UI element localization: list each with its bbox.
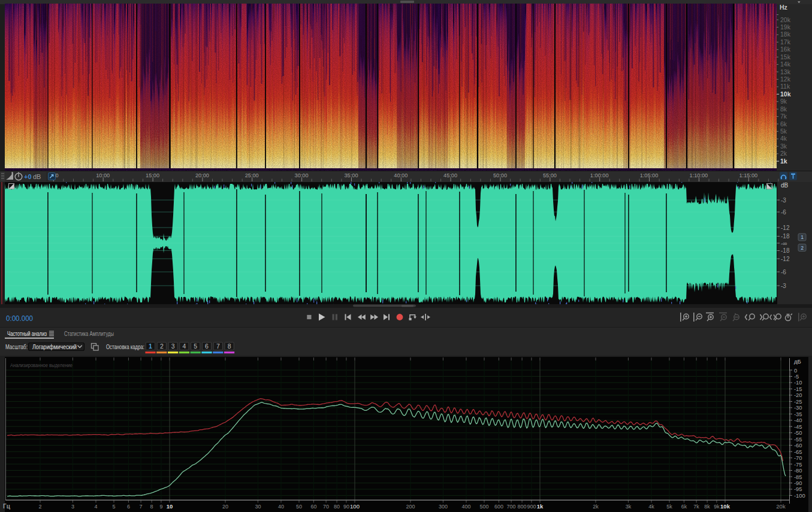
svg-text:4: 4 bbox=[94, 504, 97, 510]
svg-text:-18: -18 bbox=[781, 233, 790, 240]
svg-text:6: 6 bbox=[205, 343, 209, 350]
svg-text:-6: -6 bbox=[781, 209, 786, 216]
svg-text:10:00: 10:00 bbox=[96, 172, 110, 178]
svg-text:1k: 1k bbox=[537, 503, 544, 510]
svg-text:2: 2 bbox=[801, 245, 804, 251]
svg-text:1:15:00: 1:15:00 bbox=[739, 172, 757, 178]
svg-text:6k: 6k bbox=[780, 120, 787, 128]
svg-text:-5: -5 bbox=[794, 374, 799, 380]
svg-text:-10: -10 bbox=[794, 380, 802, 386]
svg-text:40:00: 40:00 bbox=[394, 172, 407, 178]
svg-text:10k: 10k bbox=[780, 90, 791, 98]
svg-text:2: 2 bbox=[38, 504, 41, 510]
svg-text:-75: -75 bbox=[794, 462, 802, 468]
svg-text:8: 8 bbox=[228, 343, 231, 350]
svg-text:900: 900 bbox=[527, 504, 536, 510]
svg-text:-∞: -∞ bbox=[781, 240, 787, 247]
svg-text:10k: 10k bbox=[720, 503, 731, 510]
svg-text:17k: 17k bbox=[780, 38, 791, 46]
svg-text:18k: 18k bbox=[780, 31, 791, 38]
svg-text:-100: -100 bbox=[794, 493, 805, 499]
svg-text:-15: -15 bbox=[794, 386, 802, 392]
svg-text:300: 300 bbox=[439, 504, 448, 510]
svg-text:9k: 9k bbox=[780, 98, 787, 105]
svg-text:600: 600 bbox=[494, 504, 503, 510]
svg-text:-3: -3 bbox=[781, 197, 786, 204]
svg-text:-30: -30 bbox=[794, 405, 802, 411]
svg-text:10: 10 bbox=[167, 503, 173, 510]
svg-text:4k: 4k bbox=[648, 504, 654, 510]
svg-text:дБ: дБ bbox=[794, 358, 801, 365]
svg-text:30: 30 bbox=[255, 504, 261, 510]
svg-text:1:00:00: 1:00:00 bbox=[590, 172, 609, 178]
svg-text:100: 100 bbox=[350, 503, 360, 510]
svg-text:14k: 14k bbox=[780, 60, 791, 68]
svg-text:-50: -50 bbox=[794, 430, 802, 436]
svg-text:50: 50 bbox=[296, 504, 302, 510]
svg-text:8: 8 bbox=[150, 504, 153, 510]
svg-text:-6: -6 bbox=[781, 269, 786, 275]
svg-text:35:00: 35:00 bbox=[345, 172, 358, 178]
svg-text:20: 20 bbox=[222, 504, 228, 510]
svg-text:8k: 8k bbox=[704, 504, 710, 510]
svg-text:-18: -18 bbox=[781, 247, 790, 254]
svg-text:Анализированное выделение: Анализированное выделение bbox=[10, 362, 73, 368]
svg-text:1:10:00: 1:10:00 bbox=[690, 172, 708, 178]
svg-text:Логарифмический: Логарифмический bbox=[32, 343, 77, 350]
svg-text:-80: -80 bbox=[794, 468, 802, 474]
svg-text:4k: 4k bbox=[780, 135, 787, 142]
svg-text:3k: 3k bbox=[780, 143, 787, 150]
svg-text:3k: 3k bbox=[626, 504, 632, 510]
svg-text:50:00: 50:00 bbox=[493, 172, 507, 178]
svg-text:7k: 7k bbox=[780, 113, 787, 120]
svg-text:2k: 2k bbox=[593, 504, 599, 510]
svg-text:5: 5 bbox=[194, 343, 197, 350]
svg-text:15k: 15k bbox=[780, 53, 791, 60]
svg-text:1:05:00: 1:05:00 bbox=[640, 172, 659, 178]
svg-text:40: 40 bbox=[278, 504, 284, 510]
svg-text:55:00: 55:00 bbox=[543, 172, 557, 178]
svg-text:dB: dB bbox=[781, 182, 789, 189]
svg-text:4: 4 bbox=[182, 343, 186, 350]
svg-text:Гц: Гц bbox=[3, 503, 11, 510]
svg-text:-12: -12 bbox=[781, 256, 790, 262]
svg-text:1: 1 bbox=[801, 234, 804, 240]
svg-text:6k: 6k bbox=[681, 504, 687, 510]
svg-text:11k: 11k bbox=[780, 83, 790, 90]
svg-text:20k: 20k bbox=[780, 16, 791, 23]
svg-text:2k: 2k bbox=[780, 150, 787, 157]
svg-text:-40: -40 bbox=[794, 417, 802, 423]
svg-text:5k: 5k bbox=[780, 128, 787, 135]
svg-text:9k: 9k bbox=[714, 504, 720, 510]
svg-text:30:00: 30:00 bbox=[295, 172, 309, 178]
svg-text:+0: +0 bbox=[24, 173, 32, 180]
svg-text:25:00: 25:00 bbox=[245, 172, 259, 178]
svg-text:-3: -3 bbox=[781, 283, 786, 289]
svg-text:-95: -95 bbox=[794, 486, 802, 492]
svg-text:20k: 20k bbox=[776, 503, 786, 510]
svg-text:Hz: Hz bbox=[780, 4, 787, 11]
svg-text:-35: -35 bbox=[794, 411, 802, 417]
svg-text:90: 90 bbox=[343, 504, 349, 510]
svg-text:12k: 12k bbox=[780, 75, 791, 83]
svg-text:3: 3 bbox=[171, 343, 175, 350]
svg-text:6: 6 bbox=[127, 504, 130, 510]
svg-text:5: 5 bbox=[112, 504, 115, 510]
svg-text:60: 60 bbox=[310, 504, 316, 510]
svg-text:dB: dB bbox=[33, 173, 41, 180]
svg-text:Частотный анализ: Частотный анализ bbox=[7, 330, 47, 337]
svg-text:0:00.000: 0:00.000 bbox=[6, 314, 33, 323]
svg-text:200: 200 bbox=[406, 504, 415, 510]
svg-text:15:00: 15:00 bbox=[146, 172, 159, 178]
svg-text:1: 1 bbox=[149, 343, 152, 350]
svg-text:9: 9 bbox=[159, 504, 162, 510]
svg-text:-65: -65 bbox=[794, 449, 802, 455]
svg-text:2: 2 bbox=[160, 343, 164, 350]
svg-text:1k: 1k bbox=[780, 157, 787, 165]
svg-text:7: 7 bbox=[140, 504, 143, 510]
svg-text:45:00: 45:00 bbox=[443, 172, 457, 178]
svg-text:Масштаб:: Масштаб: bbox=[5, 343, 28, 350]
svg-text:700: 700 bbox=[507, 504, 516, 510]
svg-text:-45: -45 bbox=[794, 424, 802, 430]
svg-text:70: 70 bbox=[323, 504, 329, 510]
